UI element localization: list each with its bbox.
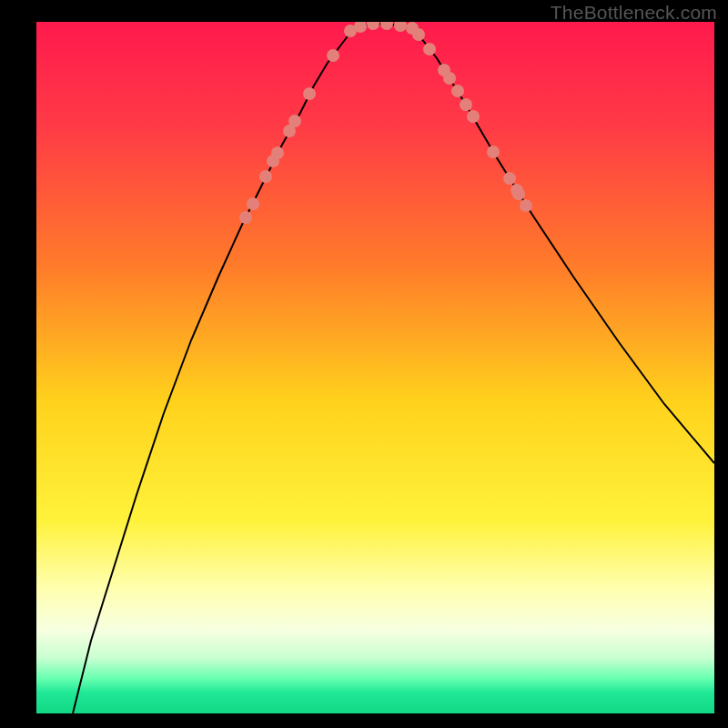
bead-point (239, 211, 252, 224)
bead-point (467, 110, 480, 123)
bead-point (503, 172, 516, 185)
curve-svg (36, 22, 714, 713)
bead-point (520, 199, 532, 212)
bead-point (451, 85, 464, 97)
bead-point (460, 98, 472, 111)
bead-point (303, 87, 316, 100)
bead-point (247, 197, 259, 210)
plot-area (36, 22, 714, 713)
bead-point (380, 22, 393, 30)
frame: TheBottleneck.com (0, 0, 728, 728)
bead-point (443, 72, 456, 85)
bead-point (423, 43, 436, 56)
bead-point (394, 22, 407, 32)
bead-point (259, 170, 272, 183)
bead-point (327, 49, 339, 62)
bead-point (288, 115, 301, 127)
bead-point (512, 187, 525, 200)
bead-point (271, 147, 284, 159)
v-curve (73, 24, 714, 713)
bead-point (487, 146, 500, 158)
bead-group (239, 22, 532, 224)
bead-point (412, 28, 425, 41)
watermark-text: TheBottleneck.com (551, 2, 717, 24)
bead-point (367, 22, 379, 30)
